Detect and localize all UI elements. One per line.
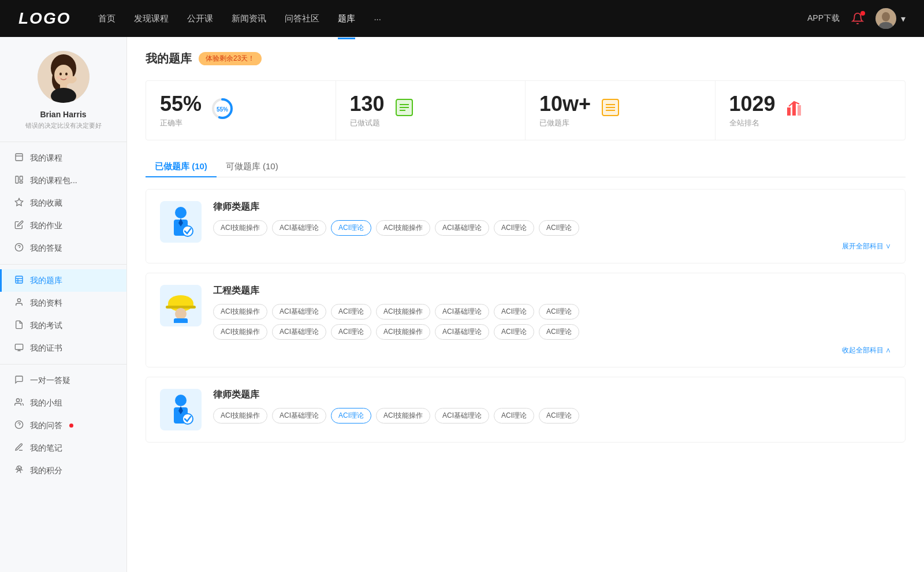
tag-0-1[interactable]: ACI基础理论 [272,220,326,236]
nav-qbank[interactable]: 题库 [338,11,355,27]
sidebar-item-exam[interactable]: 我的考试 [0,314,126,337]
tag-0-4[interactable]: ACI基础理论 [435,220,489,236]
stat-accuracy-label: 正确率 [160,118,202,128]
navbar: LOGO 首页 发现课程 公开课 新闻资讯 问答社区 题库 ··· APP下载 [0,0,924,37]
sidebar-label-profile: 我的资料 [30,298,62,309]
tag-0-6[interactable]: ACI理论 [539,220,579,236]
sidebar: Brian Harris 错误的决定比没有决定要好 我的课程 我的课程包... [0,37,127,572]
tag-2-3[interactable]: ACI技能操作 [376,408,430,424]
nav-menu: 首页 发现课程 公开课 新闻资讯 问答社区 题库 ··· [98,11,807,27]
qbank-title-1: 工程类题库 [213,285,891,297]
svg-point-59 [175,395,187,406]
tag-1-2[interactable]: ACI理论 [331,304,371,320]
nav-home[interactable]: 首页 [98,11,116,27]
accuracy-chart-icon: 55% [211,97,234,122]
sidebar-item-course[interactable]: 我的课程 [0,147,126,169]
nav-opencourse[interactable]: 公开课 [187,11,213,27]
tab-done[interactable]: 已做题库 (10) [146,157,217,177]
stat-ranking-label: 全站排名 [729,118,776,128]
tag-2-6[interactable]: ACI理论 [539,408,579,424]
sidebar-label-homework: 我的作业 [30,221,62,231]
tag-0-2[interactable]: ACI理论 [331,220,371,236]
sidebar-item-profile[interactable]: 我的资料 [0,292,126,314]
svg-rect-14 [16,154,23,161]
svg-point-11 [57,76,61,79]
points-icon [14,465,24,476]
qbank-card-1: 工程类题库 ACI技能操作 ACI基础理论 ACI理论 ACI技能操作 ACI基… [146,273,906,367]
notes-icon [14,443,24,454]
avatar [875,8,896,29]
sidebar-item-notes[interactable]: 我的笔记 [0,437,126,459]
tab-available[interactable]: 可做题库 (10) [217,157,288,177]
svg-rect-49 [798,105,801,116]
qbank-icon-lawyer-0 [160,201,202,243]
sidebar-item-certificate[interactable]: 我的证书 [0,337,126,359]
user-avatar-menu[interactable]: ▾ [875,8,906,29]
sidebar-item-homework[interactable]: 我的作业 [0,214,126,237]
tag-2-0[interactable]: ACI技能操作 [213,408,267,424]
chevron-down-icon: ▾ [901,13,906,24]
nav-discover[interactable]: 发现课程 [134,11,169,27]
tag-1-3[interactable]: ACI技能操作 [376,304,430,320]
sidebar-menu: 我的课程 我的课程包... 我的收藏 我的作业 [0,147,126,482]
myqa-badge [69,424,73,428]
tag-1-0[interactable]: ACI技能操作 [213,304,267,320]
tag-0-5[interactable]: ACI理论 [494,220,534,236]
logo: LOGO [18,9,70,28]
notification-bell[interactable] [851,12,864,25]
tag-2-5[interactable]: ACI理论 [494,408,534,424]
sidebar-item-qbank[interactable]: 我的题库 [0,269,126,292]
tag-1b-1[interactable]: ACI基础理论 [272,324,326,340]
profile-motto: 错误的决定比没有决定要好 [25,121,102,130]
tag-1b-2[interactable]: ACI理论 [331,324,371,340]
nav-more[interactable]: ··· [374,12,381,26]
sidebar-item-myqa[interactable]: 我的问答 [0,414,126,437]
sidebar-item-group[interactable]: 我的小组 [0,392,126,414]
tag-1b-6[interactable]: ACI理论 [539,324,579,340]
qbank-count-icon [600,97,621,120]
tag-1-6[interactable]: ACI理论 [539,304,579,320]
collapse-btn-1[interactable]: 收起全部科目 ∧ [213,346,891,355]
nav-news[interactable]: 新闻资讯 [232,11,266,27]
ranking-chart-icon [785,97,806,120]
page-wrap: Brian Harris 错误的决定比没有决定要好 我的课程 我的课程包... [0,37,924,572]
svg-point-57 [175,308,187,320]
certificate-icon [14,343,24,354]
sidebar-item-qa[interactable]: 我的答疑 [0,237,126,259]
tags-row-2: ACI技能操作 ACI基础理论 ACI理论 ACI技能操作 ACI基础理论 AC… [213,408,891,424]
tag-2-1[interactable]: ACI基础理论 [272,408,326,424]
tag-1-4[interactable]: ACI基础理论 [435,304,489,320]
tag-1-5[interactable]: ACI理论 [494,304,534,320]
sidebar-item-onetoone[interactable]: 一对一答疑 [0,369,126,392]
tag-2-4[interactable]: ACI基础理论 [435,408,489,424]
tag-1b-0[interactable]: ACI技能操作 [213,324,267,340]
questions-icon [394,97,415,120]
tag-1-1[interactable]: ACI基础理论 [272,304,326,320]
course-icon [14,153,24,164]
stat-ranking-value: 1029 [729,92,776,116]
qbank-list: 律师类题库 ACI技能操作 ACI基础理论 ACI理论 ACI技能操作 ACI基… [146,189,906,452]
exam-icon [14,320,24,331]
svg-rect-47 [787,107,791,116]
myqa-icon [14,420,24,431]
tag-1b-4[interactable]: ACI基础理论 [435,324,489,340]
tag-0-3[interactable]: ACI技能操作 [376,220,430,236]
sidebar-label-group: 我的小组 [30,398,62,408]
sidebar-label-notes: 我的笔记 [30,443,62,454]
qbank-card-0: 律师类题库 ACI技能操作 ACI基础理论 ACI理论 ACI技能操作 ACI基… [146,189,906,263]
group-icon [14,398,24,408]
app-download-button[interactable]: APP下载 [807,13,840,24]
tag-0-0[interactable]: ACI技能操作 [213,220,267,236]
qbank-icon-lawyer-2 [160,389,202,430]
tag-2-2[interactable]: ACI理论 [331,408,371,424]
sidebar-item-points[interactable]: 我的积分 [0,459,126,482]
tag-1b-5[interactable]: ACI理论 [494,324,534,340]
sidebar-label-onetoone: 一对一答疑 [30,376,70,386]
qbank-icon-engineer-1 [160,285,202,326]
tag-1b-3[interactable]: ACI技能操作 [376,324,430,340]
sidebar-item-coursepack[interactable]: 我的课程包... [0,169,126,192]
profile-icon [14,298,24,309]
nav-qa[interactable]: 问答社区 [285,11,319,27]
sidebar-item-favorites[interactable]: 我的收藏 [0,192,126,214]
expand-btn-0[interactable]: 展开全部科目 ∨ [213,242,891,251]
